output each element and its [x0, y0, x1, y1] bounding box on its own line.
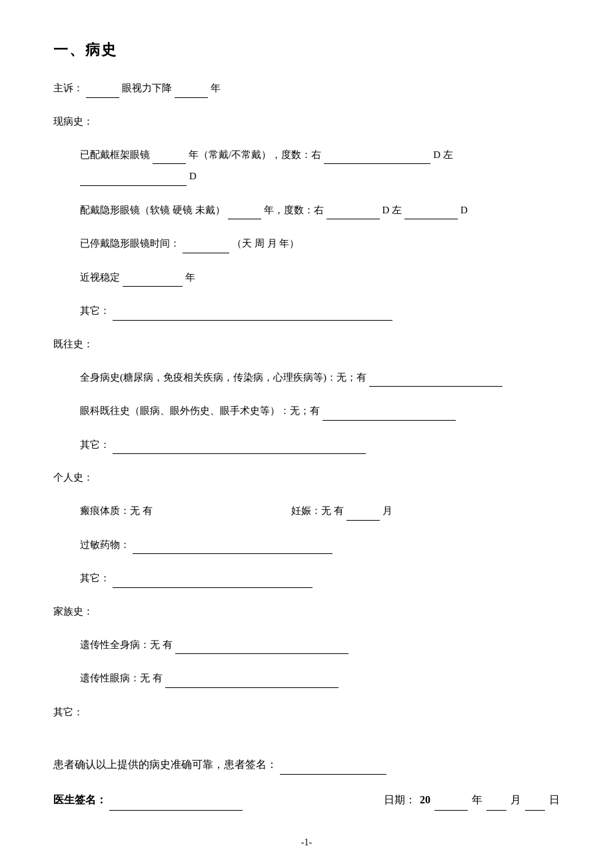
- systemic-blank: [369, 375, 502, 387]
- systemic-text: 全身病史(糖尿病，免疫相关疾病，传染病，心理疾病等)：无；有: [80, 368, 366, 387]
- contact-blank3: [404, 207, 458, 219]
- signature-section: 患者确认以上提供的病史准确可靠，患者签名： 医生签名： 日期： 20 年 月 日: [53, 755, 560, 811]
- frames-blank3: [80, 174, 187, 186]
- page-number: -1-: [53, 837, 560, 848]
- eye-history-blank: [322, 409, 456, 421]
- other2-label: 其它：: [80, 435, 110, 455]
- date-year-blank: [434, 799, 468, 811]
- allergy-label: 过敏药物：: [80, 535, 130, 555]
- other2-row: 其它：: [53, 435, 560, 455]
- past-history-label: 既往史：: [53, 339, 93, 349]
- personal-history-label-row: 个人史：: [53, 469, 560, 487]
- doctor-signature-blank: [109, 799, 243, 811]
- chief-complaint-blank2: [175, 86, 208, 98]
- stop-lens-text1: 已停戴隐形眼镜时间：: [80, 234, 180, 253]
- date-month-blank: [486, 799, 506, 811]
- myopia-stable-row: 近视稳定 年: [53, 268, 560, 287]
- stop-lens-row: 已停戴隐形眼镜时间： （天 周 月 年）: [53, 234, 560, 253]
- family-history-label: 家族史：: [53, 606, 93, 617]
- other1-label: 其它：: [80, 301, 110, 321]
- chief-complaint-suffix: 年: [211, 79, 221, 98]
- hereditary-systemic-text: 遗传性全身病：无 有: [80, 635, 173, 655]
- date-day-blank: [525, 799, 545, 811]
- hereditary-eye-text: 遗传性眼病：无 有: [80, 669, 163, 688]
- eye-history-text: 眼科既往史（眼病、眼外伤史、眼手术史等）：无；有: [80, 401, 320, 421]
- other2-blank: [113, 442, 366, 454]
- scar-row: 瘢痕体质：无 有 妊娠：无 有 月: [53, 501, 560, 521]
- frames-row: 已配戴框架眼镜 年（常戴/不常戴），度数：右 D 左 D: [53, 145, 560, 186]
- contact-text1: 配戴隐形眼镜（软镜 硬镜 未戴）: [80, 201, 225, 220]
- chief-complaint-label: 主诉：: [53, 79, 83, 98]
- confirm-text: 患者确认以上提供的病史准确可靠，患者签名：: [53, 755, 277, 775]
- date-label: 日期：: [384, 789, 416, 811]
- scar-text2: 妊娠：无 有: [291, 501, 344, 521]
- hereditary-eye-row: 遗传性眼病：无 有: [53, 669, 560, 688]
- contact-text2: 年，度数：右: [264, 201, 324, 220]
- patient-confirm-row: 患者确认以上提供的病史准确可靠，患者签名：: [53, 755, 560, 775]
- scar-text3: 月: [382, 501, 392, 521]
- date-year-value: 20: [420, 789, 430, 811]
- chief-complaint-row: 主诉： 眼视力下降 年: [53, 79, 560, 98]
- myopia-suffix: 年: [185, 268, 195, 287]
- contact-text4: D: [460, 201, 468, 220]
- hereditary-systemic-blank: [175, 642, 348, 654]
- doctor-signature-group: 医生签名：: [53, 789, 243, 811]
- date-month-suffix: 月: [510, 789, 521, 811]
- systemic-row: 全身病史(糖尿病，免疫相关疾病，传染病，心理疾病等)：无；有: [53, 368, 560, 387]
- doctor-label: 医生签名：: [53, 789, 107, 811]
- patient-signature-blank: [280, 763, 386, 775]
- allergy-blank: [133, 542, 332, 554]
- frames-blank1: [153, 152, 186, 164]
- date-year-suffix: 年: [472, 789, 482, 811]
- family-history-label-row: 家族史：: [53, 603, 560, 621]
- chief-complaint-text: 眼视力下降: [122, 79, 172, 98]
- other3-blank: [113, 576, 312, 588]
- other3-label: 其它：: [80, 569, 110, 588]
- other1-row: 其它：: [53, 301, 560, 321]
- section-title: 一、病史: [53, 40, 560, 60]
- frames-text1: 已配戴框架眼镜: [80, 145, 150, 165]
- other3-row: 其它：: [53, 569, 560, 588]
- date-day-suffix: 日: [549, 789, 560, 811]
- frames-text4: D: [189, 167, 197, 186]
- other4-label: 其它：: [53, 703, 83, 722]
- chief-complaint-blank1: [86, 86, 119, 98]
- scar-text1: 瘢痕体质：无 有: [80, 501, 153, 521]
- frames-text2: 年（常戴/不常戴），度数：右: [189, 145, 321, 165]
- past-history-label-row: 既往史：: [53, 335, 560, 353]
- contact-lens-row: 配戴隐形眼镜（软镜 硬镜 未戴） 年，度数：右 D 左 D: [53, 201, 560, 220]
- date-group: 日期： 20 年 月 日: [384, 789, 560, 811]
- contact-blank1: [228, 207, 261, 219]
- personal-history-label: 个人史：: [53, 472, 93, 483]
- allergy-row: 过敏药物：: [53, 535, 560, 555]
- contact-blank2: [326, 207, 380, 219]
- doctor-date-row: 医生签名： 日期： 20 年 月 日: [53, 789, 560, 811]
- hereditary-eye-blank: [165, 676, 338, 688]
- eye-history-row: 眼科既往史（眼病、眼外伤史、眼手术史等）：无；有: [53, 401, 560, 421]
- scar-blank: [346, 509, 380, 521]
- frames-blank2: [324, 152, 430, 164]
- present-illness-label-row: 现病史：: [53, 113, 560, 131]
- stop-lens-blank: [183, 241, 229, 253]
- frames-text3: D 左: [433, 145, 453, 165]
- contact-text3: D 左: [382, 201, 402, 220]
- myopia-text: 近视稳定: [80, 268, 120, 287]
- present-illness-label: 现病史：: [53, 116, 93, 127]
- other4-row: 其它：: [53, 703, 560, 722]
- myopia-blank: [123, 275, 183, 287]
- stop-lens-text2: （天 周 月 年）: [232, 234, 299, 253]
- other1-blank: [113, 309, 392, 321]
- hereditary-systemic-row: 遗传性全身病：无 有: [53, 635, 560, 655]
